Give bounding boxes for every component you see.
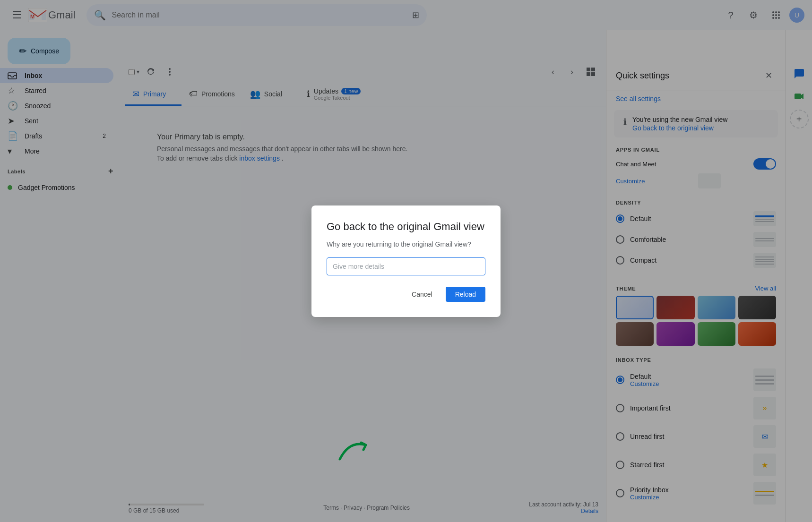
modal-subtitle: Why are you returning to the original Gm… (327, 240, 485, 248)
cancel-button[interactable]: Cancel (402, 287, 442, 302)
modal-actions: Cancel Reload (327, 287, 485, 302)
go-back-modal: Go back to the original Gmail view Why a… (311, 205, 501, 317)
modal-title: Go back to the original Gmail view (327, 221, 485, 233)
modal-details-input[interactable] (327, 257, 485, 275)
reload-button[interactable]: Reload (446, 287, 485, 302)
modal-overlay: Go back to the original Gmail view Why a… (0, 0, 812, 522)
